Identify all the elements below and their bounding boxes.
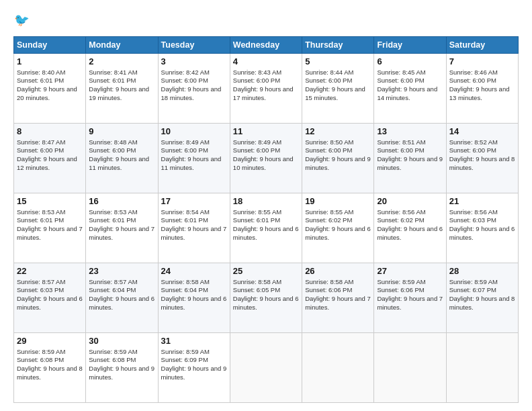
calendar-cell: 3Sunrise: 8:42 AMSunset: 6:00 PMDaylight… xyxy=(158,54,230,124)
svg-text:🐦: 🐦 xyxy=(14,13,30,28)
calendar-cell: 20Sunrise: 8:56 AMSunset: 6:02 PMDayligh… xyxy=(374,193,446,263)
sunset-label: Sunset: 6:00 PM xyxy=(233,77,280,84)
sunset-label: Sunset: 6:01 PM xyxy=(17,77,64,84)
sunrise-label: Sunrise: 8:53 AM xyxy=(17,208,65,216)
calendar-cell: 17Sunrise: 8:54 AMSunset: 6:01 PMDayligh… xyxy=(158,193,230,263)
sunset-label: Sunset: 6:01 PM xyxy=(17,216,64,224)
sunset-label: Sunset: 6:08 PM xyxy=(17,356,64,363)
day-number: 19 xyxy=(305,195,371,208)
sunrise-label: Sunrise: 8:49 AM xyxy=(161,138,210,146)
day-number: 9 xyxy=(89,126,154,138)
col-header-tuesday: Tuesday xyxy=(158,37,230,54)
daylight-label: Daylight: 9 hours and 6 minutes. xyxy=(17,295,83,311)
calendar-cell: 9Sunrise: 8:48 AMSunset: 6:00 PMDaylight… xyxy=(86,124,158,193)
sunrise-label: Sunrise: 8:56 AM xyxy=(377,208,425,216)
daylight-label: Daylight: 9 hours and 10 minutes. xyxy=(233,155,294,171)
daylight-label: Daylight: 9 hours and 17 minutes. xyxy=(233,85,294,101)
sunset-label: Sunset: 6:05 PM xyxy=(233,286,280,293)
calendar-cell: 14Sunrise: 8:52 AMSunset: 6:00 PMDayligh… xyxy=(446,124,518,193)
col-header-sunday: Sunday xyxy=(14,37,86,54)
daylight-label: Daylight: 9 hours and 13 minutes. xyxy=(449,85,510,101)
day-number: 14 xyxy=(449,126,515,138)
day-number: 17 xyxy=(161,195,227,208)
sunrise-label: Sunrise: 8:58 AM xyxy=(233,278,281,285)
sunrise-label: Sunrise: 8:57 AM xyxy=(17,278,65,285)
day-number: 31 xyxy=(161,335,227,347)
daylight-label: Daylight: 9 hours and 8 minutes. xyxy=(449,295,515,311)
daylight-label: Daylight: 9 hours and 7 minutes. xyxy=(377,295,443,311)
daylight-label: Daylight: 9 hours and 15 minutes. xyxy=(305,85,365,101)
calendar-cell xyxy=(374,333,446,403)
col-header-wednesday: Wednesday xyxy=(230,37,302,54)
daylight-label: Daylight: 9 hours and 14 minutes. xyxy=(377,85,437,101)
sunrise-label: Sunrise: 8:59 AM xyxy=(161,348,210,355)
calendar-week-3: 15Sunrise: 8:53 AMSunset: 6:01 PMDayligh… xyxy=(14,193,519,263)
sunrise-label: Sunrise: 8:54 AM xyxy=(161,208,210,216)
day-number: 25 xyxy=(233,265,299,277)
day-number: 5 xyxy=(305,56,371,68)
calendar-cell: 21Sunrise: 8:56 AMSunset: 6:03 PMDayligh… xyxy=(446,193,518,263)
sunset-label: Sunset: 6:06 PM xyxy=(305,286,352,293)
daylight-label: Daylight: 9 hours and 19 minutes. xyxy=(89,85,149,101)
calendar-cell: 2Sunrise: 8:41 AMSunset: 6:01 PMDaylight… xyxy=(86,54,158,124)
sunrise-label: Sunrise: 8:59 AM xyxy=(377,278,425,285)
day-number: 11 xyxy=(233,126,299,138)
sunset-label: Sunset: 6:08 PM xyxy=(89,356,136,363)
header: 🐦 xyxy=(13,11,519,30)
sunrise-label: Sunrise: 8:46 AM xyxy=(449,68,498,76)
day-number: 27 xyxy=(377,265,443,277)
day-number: 15 xyxy=(17,195,83,208)
daylight-label: Daylight: 9 hours and 6 minutes. xyxy=(377,225,443,241)
day-number: 29 xyxy=(17,335,83,347)
col-header-thursday: Thursday xyxy=(302,37,374,54)
sunset-label: Sunset: 6:01 PM xyxy=(233,216,280,224)
calendar-cell: 27Sunrise: 8:59 AMSunset: 6:06 PMDayligh… xyxy=(374,263,446,333)
daylight-label: Daylight: 9 hours and 20 minutes. xyxy=(17,85,77,101)
sunrise-label: Sunrise: 8:44 AM xyxy=(305,68,353,76)
sunset-label: Sunset: 6:00 PM xyxy=(17,146,64,154)
sunrise-label: Sunrise: 8:50 AM xyxy=(305,138,353,146)
sunset-label: Sunset: 6:06 PM xyxy=(377,286,424,293)
daylight-label: Daylight: 9 hours and 11 minutes. xyxy=(161,155,222,171)
calendar-cell: 11Sunrise: 8:49 AMSunset: 6:00 PMDayligh… xyxy=(230,124,302,193)
sunset-label: Sunset: 6:01 PM xyxy=(161,216,208,224)
daylight-label: Daylight: 9 hours and 9 minutes. xyxy=(377,155,443,171)
sunset-label: Sunset: 6:00 PM xyxy=(377,77,424,84)
logo: 🐦 xyxy=(13,11,35,30)
daylight-label: Daylight: 9 hours and 6 minutes. xyxy=(233,225,299,241)
calendar-cell xyxy=(230,333,302,403)
calendar-cell: 19Sunrise: 8:55 AMSunset: 6:02 PMDayligh… xyxy=(302,193,374,263)
sunrise-label: Sunrise: 8:55 AM xyxy=(233,208,281,216)
calendar-cell: 22Sunrise: 8:57 AMSunset: 6:03 PMDayligh… xyxy=(14,263,86,333)
calendar-cell xyxy=(302,333,374,403)
day-number: 30 xyxy=(89,335,154,347)
sunrise-label: Sunrise: 8:52 AM xyxy=(449,138,498,146)
sunset-label: Sunset: 6:03 PM xyxy=(17,286,64,293)
daylight-label: Daylight: 9 hours and 7 minutes. xyxy=(305,295,371,311)
calendar-week-2: 8Sunrise: 8:47 AMSunset: 6:00 PMDaylight… xyxy=(14,124,519,193)
daylight-label: Daylight: 9 hours and 7 minutes. xyxy=(161,225,227,241)
calendar-week-1: 1Sunrise: 8:40 AMSunset: 6:01 PMDaylight… xyxy=(14,54,519,124)
calendar-cell xyxy=(446,333,518,403)
daylight-label: Daylight: 9 hours and 9 minutes. xyxy=(305,155,371,171)
daylight-label: Daylight: 9 hours and 6 minutes. xyxy=(89,295,154,311)
calendar-cell: 24Sunrise: 8:58 AMSunset: 6:04 PMDayligh… xyxy=(158,263,230,333)
sunset-label: Sunset: 6:00 PM xyxy=(305,77,352,84)
day-number: 12 xyxy=(305,126,371,138)
calendar-week-5: 29Sunrise: 8:59 AMSunset: 6:08 PMDayligh… xyxy=(14,333,519,403)
calendar-cell: 31Sunrise: 8:59 AMSunset: 6:09 PMDayligh… xyxy=(158,333,230,403)
sunrise-label: Sunrise: 8:59 AM xyxy=(89,348,137,355)
col-header-monday: Monday xyxy=(86,37,158,54)
daylight-label: Daylight: 9 hours and 6 minutes. xyxy=(233,295,299,311)
sunrise-label: Sunrise: 8:58 AM xyxy=(161,278,210,285)
sunrise-label: Sunrise: 8:49 AM xyxy=(233,138,281,146)
sunrise-label: Sunrise: 8:58 AM xyxy=(305,278,353,285)
calendar-cell: 5Sunrise: 8:44 AMSunset: 6:00 PMDaylight… xyxy=(302,54,374,124)
logo-icon: 🐦 xyxy=(13,11,32,30)
calendar-cell: 7Sunrise: 8:46 AMSunset: 6:00 PMDaylight… xyxy=(446,54,518,124)
calendar-cell: 18Sunrise: 8:55 AMSunset: 6:01 PMDayligh… xyxy=(230,193,302,263)
calendar-week-4: 22Sunrise: 8:57 AMSunset: 6:03 PMDayligh… xyxy=(14,263,519,333)
day-number: 26 xyxy=(305,265,371,277)
day-number: 16 xyxy=(89,195,154,208)
day-number: 6 xyxy=(377,56,443,68)
